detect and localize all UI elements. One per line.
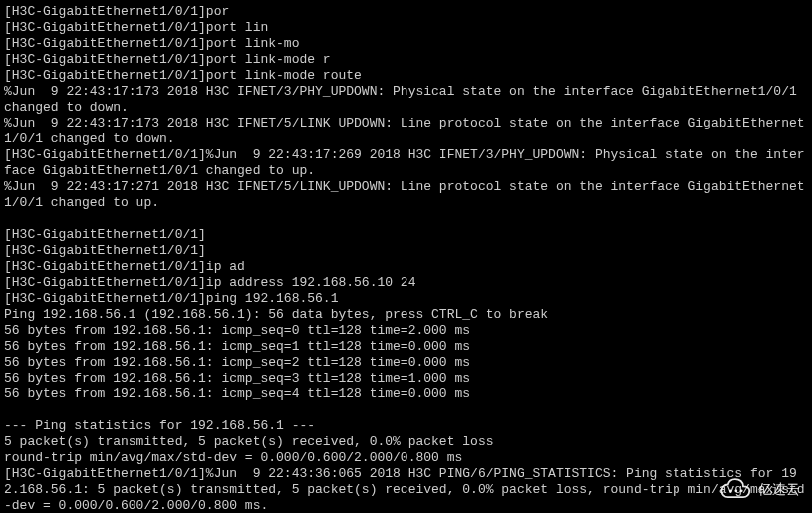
terminal-line <box>4 402 808 418</box>
terminal-line: --- Ping statistics for 192.168.56.1 --- <box>4 418 808 434</box>
svg-point-0 <box>729 489 732 492</box>
terminal-line: [H3C-GigabitEthernet1/0/1] <box>4 243 808 259</box>
cloud-icon <box>716 477 752 501</box>
terminal-line: Ping 192.168.56.1 (192.168.56.1): 56 dat… <box>4 307 808 323</box>
terminal-line: 56 bytes from 192.168.56.1: icmp_seq=1 t… <box>4 339 808 355</box>
terminal-line: [H3C-GigabitEthernet1/0/1]ping 192.168.5… <box>4 291 808 307</box>
terminal-line: %Jun 9 22:43:17:271 2018 H3C IFNET/5/LIN… <box>4 179 808 211</box>
watermark-text: 亿速云 <box>758 481 800 497</box>
svg-point-2 <box>740 489 743 492</box>
terminal-line: 56 bytes from 192.168.56.1: icmp_seq=4 t… <box>4 386 808 402</box>
terminal-line: [H3C-GigabitEthernet1/0/1]por <box>4 4 808 20</box>
terminal-line: %Jun 9 22:43:17:173 2018 H3C IFNET/3/PHY… <box>4 84 808 116</box>
terminal-line: [H3C-GigabitEthernet1/0/1]port link-mode… <box>4 68 808 84</box>
terminal-line: [H3C-GigabitEthernet1/0/1]ip ad <box>4 259 808 275</box>
terminal-line: 5 packet(s) transmitted, 5 packet(s) rec… <box>4 434 808 450</box>
terminal-line: [H3C-GigabitEthernet1/0/1]port link-mode… <box>4 52 808 68</box>
terminal-line: round-trip min/avg/max/std-dev = 0.000/0… <box>4 450 808 466</box>
terminal-line: [H3C-GigabitEthernet1/0/1]port lin <box>4 20 808 36</box>
terminal-line: 56 bytes from 192.168.56.1: icmp_seq=3 t… <box>4 371 808 386</box>
svg-point-1 <box>734 489 737 492</box>
terminal-line: %Jun 9 22:43:17:173 2018 H3C IFNET/5/LIN… <box>4 116 808 147</box>
terminal-line: [H3C-GigabitEthernet1/0/1] <box>4 227 808 243</box>
terminal-line: [H3C-GigabitEthernet1/0/1]port link-mo <box>4 36 808 52</box>
terminal-line: 56 bytes from 192.168.56.1: icmp_seq=0 t… <box>4 323 808 339</box>
terminal-output[interactable]: [H3C-GigabitEthernet1/0/1]por[H3C-Gigabi… <box>4 4 808 513</box>
terminal-line: [H3C-GigabitEthernet1/0/1]ip address 192… <box>4 275 808 291</box>
terminal-line <box>4 211 808 227</box>
watermark: 亿速云 <box>716 477 800 501</box>
terminal-line: [H3C-GigabitEthernet1/0/1]%Jun 9 22:43:1… <box>4 147 808 179</box>
terminal-line: 56 bytes from 192.168.56.1: icmp_seq=2 t… <box>4 355 808 371</box>
terminal-line: [H3C-GigabitEthernet1/0/1]%Jun 9 22:43:3… <box>4 466 808 513</box>
